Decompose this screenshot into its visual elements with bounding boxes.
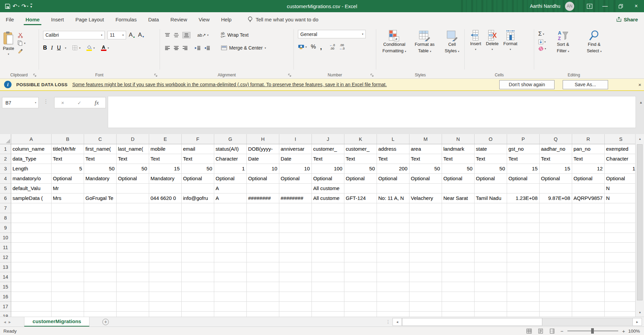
cell-M15[interactable] [409,282,442,292]
row-header-5[interactable]: 5 [0,184,11,193]
cell-I12[interactable] [279,253,312,262]
cell-R10[interactable] [572,233,605,243]
cell-E1[interactable]: mobile [149,144,182,154]
cell-G1[interactable]: status(A/I) [214,144,247,154]
cell-L8[interactable] [377,213,409,223]
cell-K14[interactable] [344,272,377,282]
cell-I3[interactable]: 10 [279,164,312,174]
format-cells-button[interactable]: Format ▾ [503,30,517,78]
cell-A12[interactable] [11,253,52,262]
cell-H7[interactable] [247,203,279,213]
cell-L1[interactable]: address [377,144,409,154]
cell-H16[interactable] [247,292,279,302]
cell-H15[interactable] [247,282,279,292]
cell-I15[interactable] [279,282,312,292]
cell-styles-button[interactable]: Cell Styles ▾ [440,30,464,78]
middle-align-button[interactable] [174,33,179,37]
cell-P14[interactable] [507,272,540,282]
cell-Q13[interactable] [540,262,572,272]
cell-Q7[interactable] [540,203,572,213]
cell-F2[interactable]: Text [182,154,214,164]
bold-button[interactable]: B [43,45,47,51]
cell-K7[interactable] [344,203,377,213]
tab-review[interactable]: Review [165,12,193,26]
cell-H2[interactable]: Date [247,154,279,164]
cell-I17[interactable] [279,302,312,312]
cell-I18[interactable] [279,312,312,317]
column-header-G[interactable]: G [214,134,247,144]
cell-K6[interactable]: GFT-124 [344,193,377,203]
cell-K1[interactable]: customer_ [344,144,377,154]
cell-F15[interactable] [182,282,214,292]
cell-C7[interactable] [84,203,117,213]
sort-filter-button[interactable]: A Z Sort & Filter ▾ [549,30,577,78]
cell-D4[interactable]: Optional [117,174,149,184]
column-header-D[interactable]: D [117,134,149,144]
font-color-button[interactable]: A ▾ [101,45,109,51]
cell-R17[interactable] [572,302,605,312]
cell-R11[interactable] [572,243,605,253]
cell-F16[interactable] [182,292,214,302]
cell-B11[interactable] [52,243,84,253]
cell-D18[interactable] [117,312,149,317]
cell-E16[interactable] [149,292,182,302]
cell-D14[interactable] [117,272,149,282]
cell-K12[interactable] [344,253,377,262]
cell-B4[interactable]: Optional [52,174,84,184]
autosum-button[interactable]: Σ▾ [538,31,546,37]
cell-K4[interactable]: Optional [344,174,377,184]
cell-G7[interactable] [214,203,247,213]
cell-A6[interactable]: sampleData ( [11,193,52,203]
cell-I10[interactable] [279,233,312,243]
cell-N10[interactable] [442,233,475,243]
cell-J8[interactable] [312,213,344,223]
row-header-2[interactable]: 2 [0,154,11,164]
cell-K18[interactable] [344,312,377,317]
cell-N4[interactable]: Optional [442,174,475,184]
cell-F18[interactable] [182,312,214,317]
cell-G11[interactable] [214,243,247,253]
row-header-1[interactable]: 1 [0,144,11,154]
cell-D15[interactable] [117,282,149,292]
cell-R4[interactable]: Optional [572,174,605,184]
cell-I9[interactable] [279,223,312,233]
cell-J5[interactable]: All custome [312,184,344,193]
undo-dropdown-icon[interactable]: ▾ [18,5,19,8]
restore-button[interactable] [613,0,628,12]
decrease-font-size-button[interactable]: A▼ [138,32,144,38]
borders-button[interactable]: ▾ [72,45,80,51]
cell-Q17[interactable] [540,302,572,312]
cell-A2[interactable]: data_Type [11,154,52,164]
cell-G18[interactable] [214,312,247,317]
cell-S7[interactable] [605,203,637,213]
cell-D2[interactable]: Text [117,154,149,164]
cell-L6[interactable]: No: 11 A, N [377,193,409,203]
cell-S3[interactable]: 1 [605,164,637,174]
cell-D8[interactable] [117,213,149,223]
cell-H10[interactable] [247,233,279,243]
cell-S4[interactable]: Optional [605,174,637,184]
zoom-slider-thumb[interactable] [591,328,594,334]
tab-page-layout[interactable]: Page Layout [69,12,109,26]
cell-D1[interactable]: last_name( [117,144,149,154]
cell-S11[interactable] [605,243,637,253]
page-break-preview-button[interactable] [546,327,558,335]
underline-dropdown-icon[interactable]: ▾ [65,46,66,50]
cell-L15[interactable] [377,282,409,292]
cell-G6[interactable]: A [214,193,247,203]
select-all-corner[interactable] [0,134,11,144]
cell-R1[interactable]: pan_no [572,144,605,154]
cell-I11[interactable] [279,243,312,253]
cell-B15[interactable] [52,282,84,292]
cell-L10[interactable] [377,233,409,243]
cell-E15[interactable] [149,282,182,292]
cell-P15[interactable] [507,282,540,292]
cell-K16[interactable] [344,292,377,302]
cell-Q3[interactable]: 15 [540,164,572,174]
column-header-I[interactable]: I [279,134,312,144]
cell-S5[interactable]: N [605,184,637,193]
cell-J13[interactable] [312,262,344,272]
cell-R5[interactable] [572,184,605,193]
cell-J10[interactable] [312,233,344,243]
cell-M12[interactable] [409,253,442,262]
